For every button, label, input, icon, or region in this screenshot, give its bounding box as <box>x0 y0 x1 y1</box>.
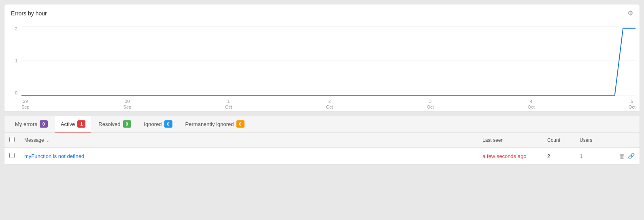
tab-active-badge: 1 <box>77 120 85 128</box>
row-checkbox[interactable] <box>9 153 15 158</box>
tab-permanently-ignored-badge: 0 <box>236 120 244 128</box>
x-label-oct4: 4Oct <box>528 98 535 110</box>
chart-area: 2 1 0 29Sep 30Sep 1Oc <box>4 22 640 111</box>
tab-resolved-badge: 0 <box>123 120 131 128</box>
message-col-label: Message <box>24 137 44 143</box>
col-users-header: Users <box>575 133 607 148</box>
row-count-cell: 2 <box>542 148 575 164</box>
row-users-cell: 1 <box>575 148 607 164</box>
row-checkbox-cell <box>4 148 19 164</box>
tab-active-label: Active <box>61 121 75 127</box>
x-label-oct2: 2Oct <box>326 98 333 110</box>
gear-icon[interactable]: ⚙ <box>627 9 633 17</box>
table-row: myFunction is not defined a few seconds … <box>4 148 640 164</box>
chart-title: Errors by hour <box>11 10 47 17</box>
x-label-oct3: 3Oct <box>427 98 434 110</box>
col-checkbox-header <box>4 133 19 148</box>
link-icon[interactable]: 🔗 <box>628 153 635 159</box>
y-label-1: 1 <box>4 58 17 63</box>
tab-ignored[interactable]: Ignored 0 <box>138 116 178 132</box>
tab-ignored-label: Ignored <box>144 121 162 127</box>
tab-permanently-ignored[interactable]: Permanently ignored 0 <box>180 116 250 132</box>
y-label-2: 2 <box>4 26 17 31</box>
col-actions-header <box>607 133 640 148</box>
tab-resolved-label: Resolved <box>98 121 120 127</box>
tab-my-errors-label: My errors <box>15 121 37 127</box>
tabs-bar: My errors 0 Active 1 Resolved 0 Ignored … <box>4 116 640 133</box>
select-all-checkbox[interactable] <box>9 137 15 142</box>
x-label-sep29: 29Sep <box>21 98 30 110</box>
last-seen-value: a few seconds ago <box>482 153 526 159</box>
chart-header: Errors by hour ⚙ <box>4 4 640 22</box>
tab-my-errors[interactable]: My errors 0 <box>9 116 53 132</box>
tab-ignored-badge: 0 <box>164 120 172 128</box>
error-table: Message ⌄ Last seen Count Users <box>4 133 640 164</box>
error-link[interactable]: myFunction is not defined <box>24 153 84 159</box>
row-message-cell: myFunction is not defined <box>19 148 478 164</box>
row-actions-cell: ▦ 🔗 <box>607 148 640 164</box>
x-label-oct5: 5Oct <box>629 98 635 110</box>
tab-my-errors-badge: 0 <box>40 120 48 128</box>
tab-active[interactable]: Active 1 <box>55 116 91 132</box>
comment-icon[interactable]: ▦ <box>619 153 625 159</box>
bottom-panel: My errors 0 Active 1 Resolved 0 Ignored … <box>4 116 640 165</box>
col-lastseen-header: Last seen <box>478 133 542 148</box>
tab-resolved[interactable]: Resolved 0 <box>93 116 136 132</box>
chart-svg <box>21 26 635 95</box>
chart-panel: Errors by hour ⚙ 2 1 0 <box>4 4 640 112</box>
x-label-sep30: 30Sep <box>123 98 132 110</box>
col-message-header: Message ⌄ <box>19 133 478 148</box>
x-label-oct1: 1Oct <box>225 98 232 110</box>
table-header-row: Message ⌄ Last seen Count Users <box>4 133 640 148</box>
col-count-header: Count <box>542 133 575 148</box>
tab-permanently-ignored-label: Permanently ignored <box>185 121 234 127</box>
chevron-down-icon[interactable]: ⌄ <box>46 137 50 143</box>
y-label-0: 0 <box>4 90 17 95</box>
row-lastseen-cell: a few seconds ago <box>478 148 542 164</box>
